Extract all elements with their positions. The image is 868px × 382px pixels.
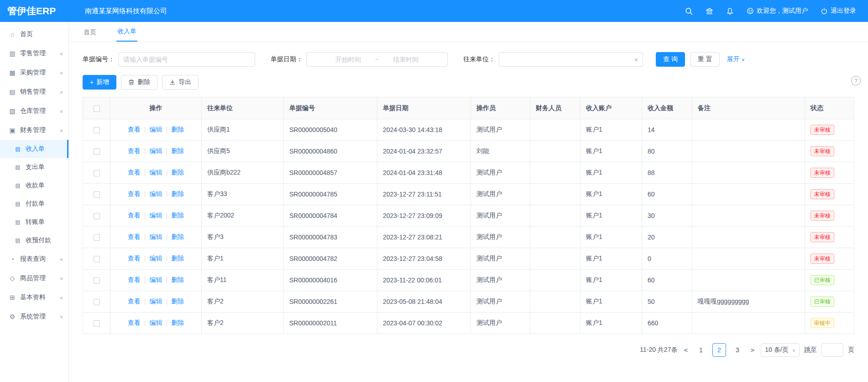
row-action-view[interactable]: 查看 [128,147,141,154]
cell-account: 账户1 [580,162,642,184]
row-action-delete[interactable]: 删除 [171,255,184,262]
sidebar-item-basic[interactable]: ⊞ 基本资料 ∨ [0,288,68,307]
select-all-checkbox[interactable] [94,106,100,112]
row-action-view[interactable]: 查看 [128,319,141,326]
tab-income[interactable]: 收入单 [116,22,137,42]
help-icon[interactable]: ? [851,76,861,85]
date-range-picker[interactable]: ~ [306,52,448,67]
row-action-view[interactable]: 查看 [128,255,141,262]
row-action-view[interactable]: 查看 [128,233,141,240]
cell-amount: 660 [642,313,692,334]
sidebar-item-label: 首页 [20,30,33,38]
cell-remark: 嘎嘎嘎ggggggggg [692,291,805,313]
row-checkbox[interactable] [94,277,100,284]
column-header: 操作 [110,97,202,119]
sidebar-item-label: 报表查询 [20,255,46,263]
row-action-view[interactable]: 查看 [128,169,141,176]
sidebar-item-retail[interactable]: ▥ 零售管理 ∨ [0,44,68,63]
row-checkbox[interactable] [94,299,100,305]
row-action-delete[interactable]: 删除 [171,233,184,240]
chevron-down-icon: ∨ [60,109,63,114]
date-end-input[interactable] [381,56,431,63]
tab-home[interactable]: 首页 [83,23,97,42]
sidebar-item-sales[interactable]: ▤ 销售管理 ∨ [0,82,68,101]
page-size-select[interactable]: 10 条/页 ∨ [761,343,800,357]
row-action-delete[interactable]: 删除 [171,276,184,283]
row-action-view[interactable]: 查看 [128,190,141,197]
row-checkbox[interactable] [94,170,100,176]
expand-link[interactable]: 展开 ∨ [727,55,745,64]
row-action-delete[interactable]: 删除 [171,190,184,197]
sidebar-item-report[interactable]: ◔ 报表查询 ∨ [0,249,68,269]
row-action-edit[interactable]: 编辑 [150,276,162,283]
export-button[interactable]: 导出 [162,75,199,90]
cell-amount: 0 [642,248,692,270]
row-action-view[interactable]: 查看 [128,297,141,305]
row-action-view[interactable]: 查看 [128,276,141,283]
row-action-delete[interactable]: 删除 [171,169,184,176]
partner-select[interactable]: ∨ [499,52,643,67]
sidebar-item-home[interactable]: ⌂ 首页 [0,25,68,44]
add-button[interactable]: + 新增 [83,75,116,90]
row-checkbox[interactable] [94,149,100,155]
row-action-edit[interactable]: 编辑 [150,212,162,219]
row-action-delete[interactable]: 删除 [171,319,184,326]
delete-button[interactable]: 删除 [121,75,157,90]
page-number-1[interactable]: 1 [694,343,708,357]
page-number-3[interactable]: 3 [731,343,744,357]
search-icon[interactable] [685,7,693,15]
reset-button[interactable]: 重 置 [690,52,720,67]
sidebar-item-system[interactable]: ⚙ 系统管理 ∨ [0,307,68,326]
sidebar-subitem-label: 支出单 [26,163,45,171]
action-separator: | [166,297,168,305]
row-action-edit[interactable]: 编辑 [150,190,162,197]
sidebar-item-label: 仓库管理 [20,107,46,115]
row-action-delete[interactable]: 删除 [171,297,184,305]
sidebar-subitem-transfer[interactable]: ▤ 转账单 [0,213,68,231]
sidebar-subitem-receipt[interactable]: ▤ 收款单 [0,176,68,195]
status-badge: 未审核 [810,254,834,264]
row-checkbox[interactable] [94,213,100,219]
bill-no-input[interactable] [118,52,255,67]
row-action-view[interactable]: 查看 [128,212,141,219]
sidebar-item-finance[interactable]: ▣ 财务管理 ∧ [0,121,68,140]
next-page-arrow[interactable]: > [749,346,756,354]
row-action-edit[interactable]: 编辑 [150,297,162,305]
jump-page-input[interactable] [821,343,843,357]
row-action-edit[interactable]: 编辑 [150,169,162,176]
row-action-view[interactable]: 查看 [128,126,141,133]
add-button-label: 新增 [96,78,109,86]
search-button[interactable]: 查 询 [656,52,685,67]
sidebar-subitem-prepaid[interactable]: ▤ 收预付款 [0,231,68,249]
row-checkbox[interactable] [94,234,100,241]
page-number-2-current[interactable]: 2 [712,343,726,357]
bell-icon[interactable] [726,7,734,15]
row-action-edit[interactable]: 编辑 [150,147,162,154]
sidebar-item-purchase[interactable]: ▦ 采购管理 ∨ [0,63,68,82]
row-action-edit[interactable]: 编辑 [150,126,162,133]
prev-page-arrow[interactable]: < [682,346,689,354]
sidebar-subitem-label: 收预付款 [26,236,51,244]
cell-bill_no: SR00000002011 [284,313,377,334]
sidebar-subitem-expense[interactable]: ▤ 支出单 [0,158,68,176]
row-action-edit[interactable]: 编辑 [150,233,162,240]
row-action-edit[interactable]: 编辑 [150,319,162,326]
row-action-delete[interactable]: 删除 [171,212,184,219]
sidebar-subitem-income[interactable]: ▤ 收入单 [0,140,68,158]
sidebar-item-warehouse[interactable]: ▧ 仓库管理 ∨ [0,101,68,121]
sidebar-item-goods[interactable]: ◇ 商品管理 ∨ [0,269,68,288]
date-start-input[interactable] [323,56,373,63]
pie-chart-icon: ◔ [8,255,16,263]
row-checkbox[interactable] [94,256,100,262]
row-checkbox[interactable] [94,127,100,133]
welcome-user[interactable]: 欢迎您，测试用户 [747,7,808,15]
sidebar-subitem-payment[interactable]: ▤ 付款单 [0,195,68,213]
logout-button[interactable]: 退出登录 [821,7,856,15]
row-checkbox[interactable] [94,191,100,198]
bank-icon[interactable] [706,7,713,15]
row-checkbox[interactable] [94,320,100,327]
row-action-delete[interactable]: 删除 [171,126,184,133]
row-action-delete[interactable]: 删除 [171,147,184,154]
action-separator: | [166,190,168,197]
row-action-edit[interactable]: 编辑 [150,255,162,262]
